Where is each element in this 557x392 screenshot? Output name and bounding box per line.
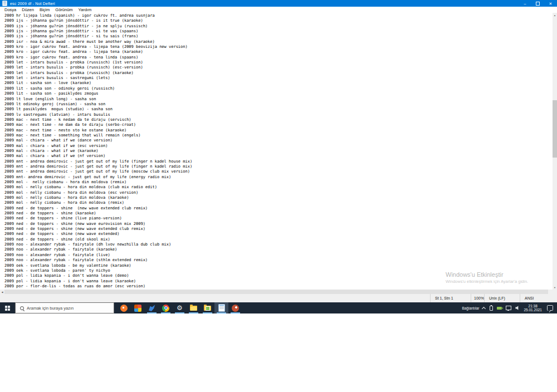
tray-clock[interactable]: 21:38 25.01.2021	[524, 304, 542, 312]
scrollbar-left-arrow-icon[interactable]: ◀	[0, 290, 4, 294]
text-line: 2009 ned - de toppers - shine (new wave …	[4, 227, 553, 232]
vertical-scrollbar[interactable]: ▲ ▼	[553, 13, 557, 290]
text-line: 2009 pol - lidia kopania - i don't wanna…	[4, 273, 553, 278]
windows-logo-icon	[5, 306, 10, 311]
maximize-icon	[536, 2, 540, 6]
clock-date: 25.01.2021	[524, 308, 542, 312]
text-line: 2009 kro - igor cukrov feat. andrea - te…	[4, 55, 553, 60]
text-line: 2009 oek - svetlana loboda - paren' ty n…	[4, 268, 553, 273]
taskbar-apps: ⚙	[117, 302, 242, 313]
taskbar-app-blender[interactable]	[117, 302, 131, 313]
blender-icon	[120, 305, 128, 312]
clock-time: 21:38	[524, 304, 542, 308]
text-line: 2009 mol - nelly ciobanu - hora din mold…	[4, 190, 553, 195]
text-line: 2009 ned - de toppers - shine (new wave …	[4, 206, 553, 211]
text-line: 2009 mal - chiara - what if we (nf versi…	[4, 154, 553, 159]
text-line: 2009 mac - next time - something that wi…	[4, 133, 553, 138]
text-line: 2009 kro - igor cukrov feat. andrea - li…	[4, 50, 553, 55]
text-line: 2009 mnt- andrea demirovic - just get ou…	[4, 175, 553, 180]
minimize-button[interactable]: –	[519, 0, 531, 7]
file-explorer-icon	[190, 305, 197, 312]
text-line: 2009 ijs - jóhanna gu?rún jónsdóttir - s…	[4, 29, 553, 34]
zoom-level: 100%	[471, 294, 484, 302]
start-button[interactable]	[0, 302, 15, 313]
system-tray: Bağlantılar 21:38 25.01.2021	[462, 302, 557, 313]
taskbar-app-pixel-app[interactable]	[131, 302, 145, 313]
text-line: 2009 mal - chiara - what if we (dance ve…	[4, 138, 553, 143]
text-line: 2009 kro - igor cukrov feat. andrea - li…	[4, 45, 553, 50]
text-line: 2009 ned - de toppers - shine (new wave …	[4, 222, 553, 227]
text-line: 2009 mac - next time - nesto sto ke osta…	[4, 128, 553, 133]
text-line: 2009 lt odinoky geroj (russian) - sasha …	[4, 102, 553, 107]
taskbar-app-settings[interactable]: ⚙	[173, 302, 187, 313]
network-icon[interactable]	[506, 306, 511, 310]
search-input[interactable]	[27, 306, 110, 311]
menu-item-bicim[interactable]: Biçim	[37, 7, 52, 12]
menu-item-duzen[interactable]: Düzen	[19, 7, 37, 12]
text-line: 2009 mol - nelly ciobanu - hora din mold…	[4, 180, 553, 185]
notepad-app-icon	[2, 1, 7, 6]
text-line: 2009 lit - sasha son - pasiklydes zmogus	[4, 91, 553, 96]
notification-center-icon[interactable]	[547, 305, 553, 311]
editor-area[interactable]: 2009 hr lijepa linda (spanish) - igor cu…	[0, 13, 553, 290]
menu-bar: DosyaDüzenBiçimGörünümYardım	[0, 7, 557, 13]
text-line: 2009 lv sastregums (latvian) - intars bu…	[4, 112, 553, 117]
menu-item-gorunum[interactable]: Görünüm	[52, 7, 75, 12]
vertical-scrollbar-thumb[interactable]	[553, 100, 557, 158]
text-line: 2009 mol - nelly ciobanu - hora din mold…	[4, 185, 553, 190]
usb-icon[interactable]	[490, 306, 493, 311]
menu-item-dosya[interactable]: Dosya	[2, 7, 19, 12]
cursor-position: St 1, Stn 1	[430, 294, 471, 302]
taskbar-search[interactable]	[15, 302, 114, 313]
text-line: 2009 ned - de toppers - shine (live pian…	[4, 216, 553, 221]
battery-icon[interactable]	[497, 307, 502, 310]
speaker-icon[interactable]	[515, 306, 520, 310]
text-line: 2009 lit - sasha son - odinoky geroi (ru…	[4, 86, 553, 91]
encoding: ANSI	[520, 294, 557, 302]
search-icon	[20, 306, 24, 310]
status-bar: St 1, Stn 1 100% Unix (LF) ANSI	[0, 294, 557, 302]
text-line: 2009 ijs - jóhanna gu?rún jónsdóttir - j…	[4, 24, 553, 29]
text-line: 2009 mol - nelly ciobanu - hora din mold…	[4, 195, 553, 200]
text-line: 2009 noo - alexander rybak - fairytale (…	[4, 258, 553, 263]
menu-item-yardim[interactable]: Yardım	[76, 7, 95, 12]
taskbar-app-blue-bird-app[interactable]	[145, 302, 159, 313]
scrollbar-up-arrow-icon[interactable]: ▲	[553, 13, 557, 17]
chrome-icon	[162, 305, 169, 312]
maximize-button[interactable]	[531, 0, 544, 7]
close-button[interactable]: ✕	[544, 0, 557, 7]
text-line: 2009 let - intars busulis - probka (russ…	[4, 60, 553, 65]
taskbar-app-notepad[interactable]	[214, 302, 228, 313]
text-line: 2009 pol - lidia kopania - i don't wanna…	[4, 279, 553, 284]
scrollbar-corner	[553, 290, 557, 294]
text-line: 2009 mal - chiara - what if we (karaoke)	[4, 149, 553, 154]
notepad-icon	[218, 304, 225, 312]
horizontal-scrollbar[interactable]: ◀	[0, 290, 553, 294]
text-line: 2009 isr - noa & mira awad - there must …	[4, 40, 553, 45]
paint-icon	[232, 305, 239, 312]
taskbar-app-documents-folder[interactable]	[201, 302, 214, 313]
connections-label[interactable]: Bağlantılar	[462, 306, 479, 310]
text-line: 2009 por - flor-de-lis - todas as ruas d…	[4, 284, 553, 289]
text-line: 2009 mac - next time - k nedam da te dir…	[4, 117, 553, 122]
blue-bird-app-icon	[148, 305, 155, 312]
taskbar-app-chrome[interactable]	[159, 302, 173, 313]
scrollbar-down-arrow-icon[interactable]: ▼	[553, 285, 557, 290]
text-line: 2009 lt love (english long) - sasha son	[4, 97, 553, 102]
text-line: 2009 ned - de toppers - shine (new wave …	[4, 232, 553, 237]
desktop-screen: esc 2009 df - Not Defteri – ✕ DosyaDüzen…	[0, 0, 557, 392]
text-line: 2009 ijs - jóhanna gu?rún jónsdóttir - s…	[4, 34, 553, 39]
taskbar-app-file-explorer[interactable]	[187, 302, 201, 313]
text-line: 2009 ned - de toppers - shine (old skool…	[4, 237, 553, 242]
horizontal-scrollbar-thumb[interactable]	[4, 290, 548, 294]
text-line: 2009 mnt - andrea demirovic - just get o…	[4, 164, 553, 169]
chevron-up-icon[interactable]	[482, 306, 486, 310]
window-title: esc 2009 df - Not Defteri	[10, 2, 55, 6]
text-line: 2009 mnt - andrea demirovic - just get o…	[4, 159, 553, 164]
notepad-window: esc 2009 df - Not Defteri – ✕ DosyaDüzen…	[0, 0, 557, 302]
text-line: 2009 mnt - andrea demirovic - just get o…	[4, 169, 553, 174]
title-bar: esc 2009 df - Not Defteri – ✕	[0, 0, 557, 7]
text-line: 2009 let - intars busulis - probka (russ…	[4, 65, 553, 70]
text-line: 2009 let - intars busulis - sastregumi (…	[4, 76, 553, 81]
taskbar-app-paint[interactable]	[228, 302, 242, 313]
